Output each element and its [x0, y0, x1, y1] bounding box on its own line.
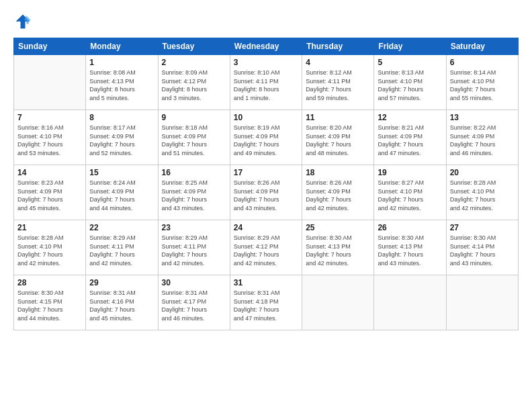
calendar-week-row-1: 7Sunrise: 8:16 AM Sunset: 4:10 PM Daylig…: [14, 110, 519, 165]
calendar-cell: 12Sunrise: 8:21 AM Sunset: 4:09 PM Dayli…: [374, 110, 446, 165]
day-number: 23: [162, 223, 226, 232]
day-number: 1: [89, 58, 154, 67]
calendar-cell: [14, 55, 86, 110]
calendar-cell: 28Sunrise: 8:30 AM Sunset: 4:15 PM Dayli…: [14, 275, 86, 330]
calendar-cell: 22Sunrise: 8:29 AM Sunset: 4:11 PM Dayli…: [86, 220, 158, 275]
day-info: Sunrise: 8:29 AM Sunset: 4:11 PM Dayligh…: [162, 234, 226, 267]
day-number: 16: [162, 168, 226, 177]
day-info: Sunrise: 8:21 AM Sunset: 4:09 PM Dayligh…: [378, 124, 442, 157]
day-number: 17: [234, 168, 298, 177]
day-info: Sunrise: 8:27 AM Sunset: 4:10 PM Dayligh…: [378, 179, 442, 212]
calendar-cell: 6Sunrise: 8:14 AM Sunset: 4:10 PM Daylig…: [446, 55, 518, 110]
day-info: Sunrise: 8:29 AM Sunset: 4:11 PM Dayligh…: [89, 234, 154, 267]
calendar-header-row: SundayMondayTuesdayWednesdayThursdayFrid…: [14, 38, 519, 55]
day-info: Sunrise: 8:30 AM Sunset: 4:14 PM Dayligh…: [450, 234, 515, 267]
day-number: 28: [17, 278, 82, 287]
day-info: Sunrise: 8:31 AM Sunset: 4:18 PM Dayligh…: [234, 289, 298, 322]
calendar-header-friday: Friday: [374, 38, 446, 55]
calendar-cell: 27Sunrise: 8:30 AM Sunset: 4:14 PM Dayli…: [446, 220, 518, 275]
day-number: 5: [378, 58, 442, 67]
calendar-cell: 9Sunrise: 8:18 AM Sunset: 4:09 PM Daylig…: [158, 110, 230, 165]
day-number: 7: [17, 113, 82, 122]
day-number: 6: [450, 58, 515, 67]
day-info: Sunrise: 8:09 AM Sunset: 4:12 PM Dayligh…: [162, 68, 226, 102]
day-number: 11: [306, 113, 370, 122]
day-info: Sunrise: 8:16 AM Sunset: 4:10 PM Dayligh…: [17, 124, 82, 157]
day-number: 30: [162, 278, 226, 287]
calendar-cell: 17Sunrise: 8:26 AM Sunset: 4:09 PM Dayli…: [230, 165, 302, 220]
calendar-cell: 16Sunrise: 8:25 AM Sunset: 4:09 PM Dayli…: [158, 165, 230, 220]
calendar-cell: 23Sunrise: 8:29 AM Sunset: 4:11 PM Dayli…: [158, 220, 230, 275]
day-number: 2: [162, 58, 226, 67]
day-info: Sunrise: 8:18 AM Sunset: 4:09 PM Dayligh…: [162, 124, 226, 157]
day-number: 15: [89, 168, 154, 177]
calendar-cell: 20Sunrise: 8:28 AM Sunset: 4:10 PM Dayli…: [446, 165, 518, 220]
calendar-cell: [302, 275, 374, 330]
calendar-cell: 8Sunrise: 8:17 AM Sunset: 4:09 PM Daylig…: [86, 110, 158, 165]
calendar-cell: 3Sunrise: 8:10 AM Sunset: 4:11 PM Daylig…: [230, 55, 302, 110]
calendar-cell: [374, 275, 446, 330]
day-number: 20: [450, 168, 515, 177]
calendar-cell: 4Sunrise: 8:12 AM Sunset: 4:11 PM Daylig…: [302, 55, 374, 110]
calendar-cell: [446, 275, 518, 330]
day-info: Sunrise: 8:29 AM Sunset: 4:12 PM Dayligh…: [234, 234, 298, 267]
logo-icon: [13, 12, 32, 31]
day-number: 3: [234, 58, 298, 67]
day-info: Sunrise: 8:24 AM Sunset: 4:09 PM Dayligh…: [89, 179, 154, 212]
calendar-cell: 31Sunrise: 8:31 AM Sunset: 4:18 PM Dayli…: [230, 275, 302, 330]
day-info: Sunrise: 8:20 AM Sunset: 4:09 PM Dayligh…: [306, 124, 370, 157]
day-number: 4: [306, 58, 370, 67]
day-info: Sunrise: 8:14 AM Sunset: 4:10 PM Dayligh…: [450, 68, 515, 102]
day-number: 22: [89, 223, 154, 232]
day-info: Sunrise: 8:30 AM Sunset: 4:13 PM Dayligh…: [378, 234, 442, 267]
day-info: Sunrise: 8:17 AM Sunset: 4:09 PM Dayligh…: [89, 124, 154, 157]
day-number: 19: [378, 168, 442, 177]
day-number: 10: [234, 113, 298, 122]
day-info: Sunrise: 8:31 AM Sunset: 4:17 PM Dayligh…: [162, 289, 226, 322]
day-info: Sunrise: 8:10 AM Sunset: 4:11 PM Dayligh…: [234, 68, 298, 102]
page-header: [13, 12, 519, 31]
day-info: Sunrise: 8:30 AM Sunset: 4:15 PM Dayligh…: [17, 289, 82, 322]
day-number: 24: [234, 223, 298, 232]
day-number: 25: [306, 223, 370, 232]
day-number: 8: [89, 113, 154, 122]
calendar-week-row-3: 21Sunrise: 8:28 AM Sunset: 4:10 PM Dayli…: [14, 220, 519, 275]
day-info: Sunrise: 8:12 AM Sunset: 4:11 PM Dayligh…: [306, 68, 370, 102]
day-number: 14: [17, 168, 82, 177]
calendar-table: SundayMondayTuesdayWednesdayThursdayFrid…: [13, 38, 519, 330]
day-number: 31: [234, 278, 298, 287]
day-info: Sunrise: 8:08 AM Sunset: 4:13 PM Dayligh…: [89, 68, 154, 102]
day-info: Sunrise: 8:25 AM Sunset: 4:09 PM Dayligh…: [162, 179, 226, 212]
day-number: 21: [17, 223, 82, 232]
day-info: Sunrise: 8:28 AM Sunset: 4:10 PM Dayligh…: [450, 179, 515, 212]
calendar-cell: 18Sunrise: 8:26 AM Sunset: 4:09 PM Dayli…: [302, 165, 374, 220]
day-info: Sunrise: 8:26 AM Sunset: 4:09 PM Dayligh…: [306, 179, 370, 212]
day-number: 12: [378, 113, 442, 122]
calendar-cell: 24Sunrise: 8:29 AM Sunset: 4:12 PM Dayli…: [230, 220, 302, 275]
calendar-cell: 30Sunrise: 8:31 AM Sunset: 4:17 PM Dayli…: [158, 275, 230, 330]
calendar-cell: 29Sunrise: 8:31 AM Sunset: 4:16 PM Dayli…: [86, 275, 158, 330]
calendar-header-monday: Monday: [86, 38, 158, 55]
calendar-header-sunday: Sunday: [14, 38, 86, 55]
calendar-cell: 15Sunrise: 8:24 AM Sunset: 4:09 PM Dayli…: [86, 165, 158, 220]
calendar-cell: 10Sunrise: 8:19 AM Sunset: 4:09 PM Dayli…: [230, 110, 302, 165]
logo: [13, 12, 35, 31]
day-number: 9: [162, 113, 226, 122]
calendar-cell: 11Sunrise: 8:20 AM Sunset: 4:09 PM Dayli…: [302, 110, 374, 165]
calendar-cell: 1Sunrise: 8:08 AM Sunset: 4:13 PM Daylig…: [86, 55, 158, 110]
calendar-cell: 21Sunrise: 8:28 AM Sunset: 4:10 PM Dayli…: [14, 220, 86, 275]
day-info: Sunrise: 8:23 AM Sunset: 4:09 PM Dayligh…: [17, 179, 82, 212]
day-info: Sunrise: 8:19 AM Sunset: 4:09 PM Dayligh…: [234, 124, 298, 157]
calendar-header-thursday: Thursday: [302, 38, 374, 55]
day-info: Sunrise: 8:13 AM Sunset: 4:10 PM Dayligh…: [378, 68, 442, 102]
day-number: 27: [450, 223, 515, 232]
calendar-header-tuesday: Tuesday: [158, 38, 230, 55]
calendar-header-wednesday: Wednesday: [230, 38, 302, 55]
calendar-header-saturday: Saturday: [446, 38, 518, 55]
calendar-cell: 14Sunrise: 8:23 AM Sunset: 4:09 PM Dayli…: [14, 165, 86, 220]
calendar-cell: 13Sunrise: 8:22 AM Sunset: 4:09 PM Dayli…: [446, 110, 518, 165]
day-number: 18: [306, 168, 370, 177]
calendar-week-row-4: 28Sunrise: 8:30 AM Sunset: 4:15 PM Dayli…: [14, 275, 519, 330]
day-info: Sunrise: 8:28 AM Sunset: 4:10 PM Dayligh…: [17, 234, 82, 267]
calendar-week-row-0: 1Sunrise: 8:08 AM Sunset: 4:13 PM Daylig…: [14, 55, 519, 110]
